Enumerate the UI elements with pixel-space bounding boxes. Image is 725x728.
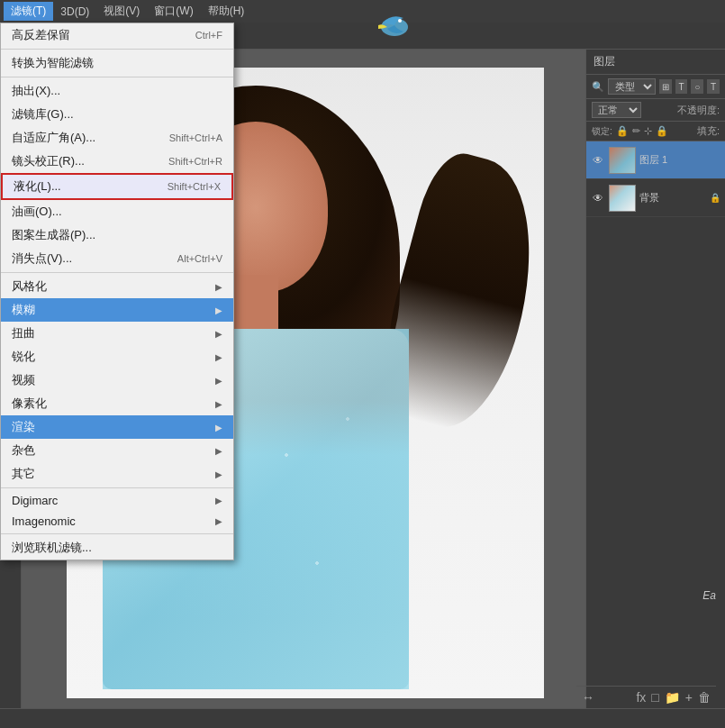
opacity-label: 不透明度: [677, 104, 720, 117]
bird-icon [369, 9, 414, 45]
dd-sep-3 [1, 272, 233, 273]
dd-extract[interactable]: 抽出(X)... [1, 79, 233, 103]
menu-item-view[interactable]: 视图(V) [96, 2, 147, 21]
layers-lock-row: 锁定: 🔒 ✏ ⊹ 🔒 填充: [586, 122, 725, 141]
dd-sep-4 [1, 487, 233, 488]
dd-high-pass[interactable]: 高反差保留 Ctrl+F [1, 23, 233, 47]
dd-vanishing-pt[interactable]: 消失点(V)... Alt+Ctrl+V [1, 247, 233, 270]
ea-label-area: Ea [702, 588, 716, 602]
menu-item-3d[interactable]: 3D(D) [53, 4, 96, 20]
layer-add-btn[interactable]: + [685, 690, 693, 705]
layer-eye-bg[interactable]: 👁 [591, 192, 605, 205]
menu-item-filter[interactable]: 滤镜(T) [4, 2, 53, 21]
layers-type-select[interactable]: 类型 [608, 78, 656, 95]
dd-stylize[interactable]: 风格化 ▶ [1, 275, 233, 298]
dd-imagenomic[interactable]: Imagenomic ▶ [1, 511, 233, 532]
dd-blur[interactable]: 模糊 ▶ [1, 298, 233, 322]
search-icon: 🔍 [592, 81, 604, 93]
lock-icon-3[interactable]: ⊹ [644, 125, 652, 137]
dd-render[interactable]: 渲染 ▶ [1, 415, 233, 439]
layer-item-1[interactable]: 👁 图层 1 [586, 141, 725, 179]
dd-digimarc[interactable]: Digimarc ▶ [1, 490, 233, 511]
layer-1-name: 图层 1 [639, 153, 720, 167]
dd-sharpen[interactable]: 锐化 ▶ [1, 345, 233, 369]
dd-pixelate[interactable]: 像素化 ▶ [1, 392, 233, 415]
dd-noise[interactable]: 杂色 ▶ [1, 439, 233, 462]
filter-dropdown-menu: 高反差保留 Ctrl+F 转换为智能滤镜 抽出(X)... 滤镜库(G)... … [0, 23, 234, 560]
dd-oil-paint[interactable]: 油画(O)... [1, 200, 233, 223]
svg-point-1 [398, 19, 402, 23]
layer-icon-btn-2[interactable]: T [675, 79, 688, 94]
layers-panel-title: 图层 [586, 50, 725, 75]
fill-label: 填充: [697, 124, 720, 138]
layer-icon-btn-3[interactable]: ○ [691, 79, 703, 94]
right-panel: 图层 🔍 类型 ⊞ T ○ T 正常 不透明度: 锁定: 🔒 ✏ ⊹ 🔒 [585, 50, 725, 728]
dd-video[interactable]: 视频 ▶ [1, 369, 233, 392]
blend-mode-select[interactable]: 正常 [592, 102, 641, 118]
dd-other[interactable]: 其它 ▶ [1, 462, 233, 486]
layer-locked-icon: 🔒 [710, 193, 720, 203]
dd-sep-2 [1, 77, 233, 77]
ea-text: Ea [702, 589, 716, 602]
layer-thumb-1 [609, 147, 636, 174]
dd-pattern-gen[interactable]: 图案生成器(P)... [1, 223, 233, 247]
lock-icon-1[interactable]: 🔒 [616, 125, 629, 137]
dd-sep-5 [1, 533, 233, 534]
layer-thumb-bg [609, 185, 636, 212]
layer-eye-1[interactable]: 👁 [591, 154, 605, 167]
lock-icon-4[interactable]: 🔒 [656, 125, 668, 137]
lock-icon-2[interactable]: ✏ [632, 125, 640, 137]
dd-liquify[interactable]: 液化(L)... Shift+Ctrl+X [1, 173, 233, 200]
status-bar [0, 708, 725, 728]
layer-mask-btn[interactable]: □ [651, 690, 658, 705]
menu-bar: 滤镜(T) 3D(D) 视图(V) 窗口(W) 帮助(H) [0, 0, 725, 23]
layer-icon-btn-4[interactable]: T [707, 79, 720, 94]
layer-link-btn[interactable]: ↔ [582, 690, 594, 705]
layer-icon-btn-1[interactable]: ⊞ [659, 79, 672, 94]
dd-browse-online[interactable]: 浏览联机滤镜... [1, 536, 233, 560]
lock-label: 锁定: [592, 125, 612, 138]
layer-group-btn[interactable]: 📁 [665, 690, 680, 705]
dd-adaptive-wide[interactable]: 自适应广角(A)... Shift+Ctrl+A [1, 126, 233, 150]
layer-item-bg[interactable]: 👁 背景 🔒 [586, 179, 725, 217]
dd-distort[interactable]: 扭曲 ▶ [1, 322, 233, 345]
dd-smart-filter[interactable]: 转换为智能滤镜 [1, 51, 233, 75]
dd-lens-correct[interactable]: 镜头校正(R)... Shift+Ctrl+R [1, 150, 233, 173]
layer-delete-btn[interactable]: 🗑 [698, 690, 711, 705]
dd-filter-gallery[interactable]: 滤镜库(G)... [1, 103, 233, 126]
layers-filter-row: 🔍 类型 ⊞ T ○ T [586, 75, 725, 99]
layers-mode-row: 正常 不透明度: [586, 99, 725, 122]
layer-fx-btn[interactable]: fx [636, 690, 646, 705]
layers-bottom-bar: ↔ fx □ 📁 + 🗑 [576, 686, 716, 708]
menu-item-help[interactable]: 帮助(H) [201, 2, 252, 21]
dd-sep-1 [1, 49, 233, 50]
app-logo [365, 5, 419, 50]
menu-item-window[interactable]: 窗口(W) [147, 2, 200, 21]
layer-bg-name: 背景 [639, 191, 706, 205]
